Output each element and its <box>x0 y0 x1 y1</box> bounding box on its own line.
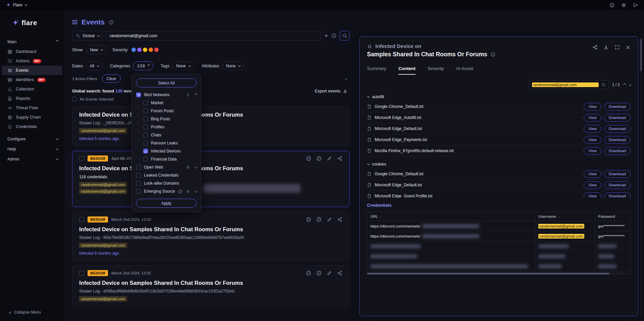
event-checkbox[interactable] <box>79 156 84 161</box>
chevron-down-icon[interactable] <box>195 165 197 170</box>
view-button[interactable]: View <box>584 170 601 178</box>
table-horizontal-scrollbar[interactable] <box>367 273 631 274</box>
severity-dot-critical[interactable] <box>154 48 159 52</box>
view-button[interactable]: View <box>584 103 601 111</box>
edit-icon[interactable] <box>327 217 332 222</box>
sidebar-section-main[interactable]: Main <box>0 37 64 47</box>
chevron-up-icon[interactable] <box>195 92 197 97</box>
category-group-open-web[interactable]: Open Web 0 <box>136 163 197 171</box>
sidebar-item-events[interactable]: Events <box>2 66 62 75</box>
category-group-emerging-source[interactable]: Emerging Source 0 <box>136 187 197 195</box>
category-group-leaked-credentials[interactable]: Leaked Credentials <box>136 171 197 179</box>
sidebar-item-supply-chain[interactable]: Supply Chain <box>2 113 62 122</box>
category-option-chats[interactable]: Chats <box>136 131 197 139</box>
group-checkbox[interactable] <box>136 92 141 97</box>
categories-select[interactable]: 1/18 <box>133 61 153 70</box>
download-button[interactable]: Download <box>604 170 631 178</box>
tab-content[interactable]: Content <box>398 66 416 75</box>
collapse-filters-icon[interactable] <box>345 77 347 81</box>
select-all-events-checkbox[interactable] <box>72 97 77 102</box>
select-all-button[interactable]: Select All <box>136 78 197 87</box>
category-option-market[interactable]: Market <box>136 99 197 107</box>
sidebar-section-help[interactable]: Help <box>0 144 64 154</box>
category-group-illicit-networks[interactable]: Illicit Networks 1 <box>136 91 197 99</box>
view-button[interactable]: View <box>584 125 601 133</box>
search-submit-button[interactable] <box>340 31 350 41</box>
sidebar-item-dashboard[interactable]: Dashboard <box>2 47 62 56</box>
column-url[interactable]: URL <box>370 214 378 218</box>
page-menu-icon[interactable] <box>72 20 77 24</box>
events-info-icon[interactable] <box>109 20 114 25</box>
column-username[interactable]: Username <box>538 214 556 218</box>
download-button[interactable]: Download <box>604 114 631 122</box>
expand-icon[interactable] <box>614 45 620 50</box>
view-button[interactable]: View <box>584 181 601 189</box>
tab-summary[interactable]: Summary <box>367 66 386 75</box>
event-tag[interactable]: randomemail@gmail.com <box>79 243 127 248</box>
group-checkbox[interactable] <box>136 173 141 178</box>
search-info-icon[interactable] <box>331 33 336 38</box>
collapse-menu-button[interactable]: « Collapse Menu <box>0 310 64 321</box>
event-card[interactable]: MEDIUM April 8th 2024 Infected Device on… <box>72 151 350 207</box>
event-title[interactable]: Infected Device on Samples Shared In Cha… <box>79 226 342 233</box>
event-card[interactable]: Infected Device on Samples Shared In Cha… <box>72 106 350 146</box>
severity-dot-medium[interactable] <box>143 48 147 52</box>
option-checkbox[interactable] <box>143 141 148 145</box>
event-tag[interactable]: randomemail@gmail.com <box>79 189 127 194</box>
chevron-down-icon[interactable] <box>195 189 197 194</box>
view-button[interactable]: View <box>584 192 601 198</box>
download-button[interactable]: Download <box>604 103 631 111</box>
category-option-infected-devices[interactable]: Infected Devices <box>136 147 197 155</box>
event-title[interactable]: Infected Device on Samples Shared In Cha… <box>79 165 342 172</box>
remediate-icon[interactable] <box>306 156 311 161</box>
sidebar-item-actions[interactable]: Actions 99+ <box>2 56 62 66</box>
section-cookies[interactable]: cookies <box>367 160 631 169</box>
event-card[interactable]: MEDIUM March 2nd 2024, 13:02 Infected De… <box>72 212 350 261</box>
event-age-link[interactable]: Infected 6 months ago <box>79 251 342 256</box>
ignore-icon[interactable] <box>316 156 322 161</box>
tags-select[interactable]: None <box>172 61 194 70</box>
remediate-icon[interactable] <box>306 217 311 222</box>
option-checkbox[interactable] <box>143 117 148 121</box>
option-checkbox[interactable] <box>143 157 148 162</box>
tab-ai-assist[interactable]: AI Assist <box>456 66 474 75</box>
view-button[interactable]: View <box>584 147 601 155</box>
severity-dot-low[interactable] <box>137 48 142 52</box>
share-icon[interactable] <box>592 45 598 50</box>
sidebar-item-collection[interactable]: Collection <box>2 84 62 94</box>
download-button[interactable]: Download <box>604 136 631 144</box>
add-query-icon[interactable]: + <box>324 33 328 39</box>
option-checkbox[interactable] <box>143 109 148 113</box>
show-select[interactable]: New <box>86 45 106 54</box>
event-tag[interactable]: randomemail@gmail.com <box>79 296 127 302</box>
sidebar-item-threat-flow[interactable]: Threat Flow <box>2 103 62 113</box>
section-autofill[interactable]: autofill <box>367 92 631 101</box>
credentials-heading[interactable]: Credentials <box>367 203 631 208</box>
option-checkbox[interactable] <box>143 125 148 129</box>
edit-icon[interactable] <box>327 156 332 161</box>
event-checkbox[interactable] <box>79 217 84 222</box>
severity-dot-info[interactable] <box>131 48 136 52</box>
results-count[interactable]: 130 <box>115 89 122 93</box>
event-tag[interactable]: randomemail@gmail.com <box>79 182 127 187</box>
severity-dot-high[interactable] <box>149 48 153 52</box>
event-checkbox[interactable] <box>79 271 84 276</box>
view-button[interactable]: View <box>584 136 601 144</box>
event-card[interactable]: MEDIUM March 2nd 2024, 13:02 Infected De… <box>72 265 350 307</box>
sort-username-icon[interactable]: ↑ <box>558 215 560 218</box>
close-icon[interactable] <box>626 45 631 50</box>
sidebar-item-reports[interactable]: Reports <box>2 94 62 103</box>
download-button[interactable]: Download <box>604 181 631 189</box>
category-option-profiles[interactable]: Profiles <box>136 123 197 131</box>
edit-icon[interactable] <box>327 270 332 276</box>
download-button[interactable]: Download <box>604 192 631 198</box>
previous-match-icon[interactable] <box>623 82 625 87</box>
option-checkbox-checked[interactable] <box>143 149 148 153</box>
download-button[interactable]: Download <box>604 147 631 155</box>
category-option-blog-posts[interactable]: Blog Posts <box>136 115 197 123</box>
download-button[interactable]: Download <box>604 125 631 133</box>
logout-icon[interactable] <box>633 3 638 8</box>
column-password[interactable]: Password <box>598 214 615 218</box>
drawer-info-icon[interactable] <box>490 52 495 57</box>
category-option-financial-data[interactable]: Financial Data <box>136 155 197 163</box>
